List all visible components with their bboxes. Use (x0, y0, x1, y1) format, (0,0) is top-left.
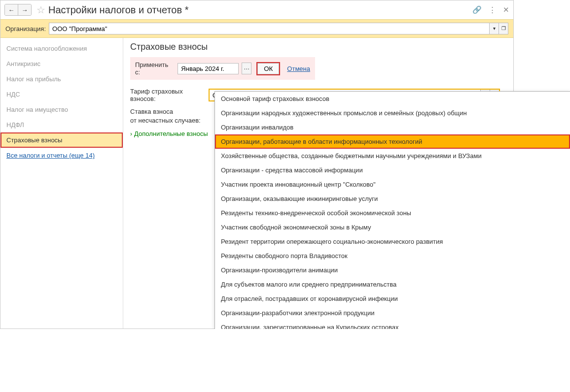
apply-cancel-link[interactable]: Отмена (287, 65, 310, 72)
rate-label-line2: от несчастных случаев: (130, 117, 201, 124)
dropdown-item[interactable]: Резидент территории опережающего социаль… (215, 234, 570, 249)
org-input[interactable] (49, 23, 490, 34)
sidebar-item-tax-system[interactable]: Система налогообложения (0, 41, 123, 56)
dropdown-item[interactable]: Организации-разработчики электронной про… (215, 306, 570, 320)
dropdown-item[interactable]: Резиденты свободного порта Владивосток (215, 249, 570, 263)
org-dropdown-button[interactable]: ▾ (490, 23, 499, 34)
apply-panel: Применить с: … ОК Отмена (130, 57, 315, 80)
apply-date-picker[interactable]: … (242, 63, 251, 74)
sidebar-item-anticrisis[interactable]: Антикризис (0, 56, 123, 71)
dropdown-item[interactable]: Организации, зарегистрированные на Курил… (215, 320, 570, 329)
section-title: Страховые взносы (130, 42, 506, 52)
dropdown-item[interactable]: Резиденты технико-внедренческой особой э… (215, 206, 570, 220)
forward-button[interactable]: → (18, 4, 31, 15)
titlebar-actions: 🔗 ⋮ ✕ (472, 5, 509, 14)
dropdown-item[interactable]: Участник свободной экономической зоны в … (215, 220, 570, 234)
org-input-wrap: ▾ ❐ (49, 23, 508, 34)
nav-buttons: ← → (4, 4, 32, 16)
titlebar: ← → ☆ Настройки налогов и отчетов * 🔗 ⋮ … (0, 0, 513, 19)
dropdown-item[interactable]: Организации, оказывающие инжиниринговые … (215, 192, 570, 206)
dropdown-item[interactable]: Организации-производители анимации (215, 263, 570, 277)
rate-label-line1: Ставка взноса (130, 108, 173, 115)
sidebar-item-ndfl[interactable]: НДФЛ (0, 117, 123, 132)
apply-label: Применить с: (135, 61, 175, 76)
link-icon[interactable]: 🔗 (472, 5, 482, 14)
expand-label: Дополнительные взносы (134, 130, 208, 137)
sidebar-item-profit-tax[interactable]: Налог на прибыль (0, 71, 123, 87)
back-button[interactable]: ← (5, 4, 18, 15)
dropdown-item[interactable]: Основной тариф страховых взносов (215, 92, 570, 106)
org-open-button[interactable]: ❐ (499, 23, 508, 34)
menu-icon[interactable]: ⋮ (489, 5, 496, 14)
apply-ok-button[interactable]: ОК (257, 63, 279, 74)
sidebar-item-property-tax[interactable]: Налог на имущество (0, 102, 123, 117)
dropdown-item[interactable]: Для отраслей, пострадавших от коронавиру… (215, 292, 570, 306)
tariff-label: Тариф страховых взносов: (130, 88, 209, 102)
org-label: Организация: (5, 25, 46, 33)
dropdown-item[interactable]: Для субъектов малого или среднего предпр… (215, 277, 570, 292)
dropdown-item[interactable]: Участник проекта инновационный центр "Ск… (215, 177, 570, 192)
dropdown-item[interactable]: Организации, работающие в области информ… (215, 134, 570, 149)
dropdown-item[interactable]: Хозяйственные общества, созданные бюджет… (215, 149, 570, 163)
tariff-dropdown-popup: Основной тариф страховых взносовОрганиза… (214, 91, 570, 329)
dropdown-item[interactable]: Организации инвалидов (215, 120, 570, 134)
apply-date-input[interactable] (178, 63, 239, 74)
sidebar-item-vat[interactable]: НДС (0, 87, 123, 102)
sidebar-item-insurance[interactable]: Страховые взносы (0, 132, 123, 148)
window: ← → ☆ Настройки налогов и отчетов * 🔗 ⋮ … (0, 0, 514, 329)
dropdown-item[interactable]: Организации - средства массовой информац… (215, 163, 570, 177)
favorite-icon[interactable]: ☆ (36, 4, 45, 16)
page-title: Настройки налогов и отчетов * (48, 4, 472, 16)
sidebar: Система налогообложения Антикризис Налог… (0, 38, 123, 328)
rate-label: Ставка взноса от несчастных случаев: (130, 107, 209, 125)
dropdown-item[interactable]: Организации народных художественных пром… (215, 106, 570, 120)
chevron-right-icon: › (130, 131, 132, 137)
organization-bar: Организация: ▾ ❐ (0, 19, 513, 38)
sidebar-item-all-taxes[interactable]: Все налоги и отчеты (еще 14) (0, 148, 123, 163)
close-icon[interactable]: ✕ (503, 5, 509, 14)
